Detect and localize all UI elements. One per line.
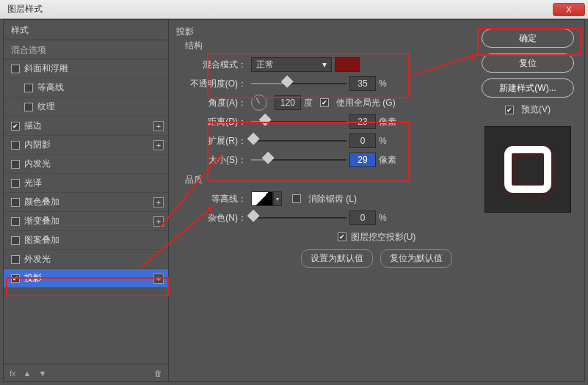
new-style-button[interactable]: 新建样式(W)... bbox=[482, 78, 574, 98]
contour-swatch[interactable] bbox=[251, 191, 273, 206]
close-button[interactable]: X bbox=[553, 3, 585, 16]
preview-shape bbox=[504, 146, 551, 193]
angle-label: 角度(A)： bbox=[185, 97, 251, 109]
fx-icon[interactable]: fx bbox=[10, 369, 16, 378]
global-light-checkbox[interactable] bbox=[320, 98, 329, 107]
reset-default-button[interactable]: 复位为默认值 bbox=[380, 249, 452, 268]
distance-label: 距离(D)： bbox=[185, 116, 251, 128]
defaults-buttons: 设置为默认值 复位为默认值 bbox=[172, 249, 581, 268]
spread-slider[interactable] bbox=[251, 136, 346, 146]
move-down-icon[interactable]: ▼ bbox=[38, 369, 46, 378]
sidebar: 样式 混合选项 斜面和浮雕等高线纹理描边+内阴影+内发光光泽颜色叠加+渐变叠加+… bbox=[4, 20, 169, 381]
sidebar-item-10[interactable]: 外发光 bbox=[4, 250, 168, 269]
knockout-label: 图层挖空投影(U) bbox=[351, 231, 416, 243]
add-effect-icon[interactable]: + bbox=[153, 216, 164, 227]
window-title: 图层样式 bbox=[7, 3, 43, 15]
noise-unit: % bbox=[379, 213, 387, 223]
sidebar-item-label: 内发光 bbox=[24, 158, 51, 170]
antialias-label: 消除锯齿 (L) bbox=[308, 193, 357, 205]
sidebar-item-label: 图案叠加 bbox=[24, 234, 59, 246]
sidebar-item-9[interactable]: 图案叠加 bbox=[4, 231, 168, 250]
add-effect-icon[interactable]: + bbox=[153, 121, 164, 131]
style-checkbox[interactable] bbox=[11, 122, 20, 131]
style-checkbox[interactable] bbox=[24, 103, 33, 111]
set-default-button[interactable]: 设置为默认值 bbox=[301, 249, 373, 268]
opacity-input[interactable] bbox=[349, 76, 376, 91]
spread-input[interactable] bbox=[349, 133, 376, 148]
blend-mode-label: 混合模式： bbox=[185, 59, 251, 71]
row-knockout: 图层挖空投影(U) bbox=[172, 227, 581, 246]
antialias-checkbox[interactable] bbox=[292, 194, 301, 203]
sidebar-item-7[interactable]: 颜色叠加+ bbox=[4, 193, 168, 212]
style-checkbox[interactable] bbox=[11, 255, 20, 264]
sidebar-item-1[interactable]: 等高线 bbox=[4, 78, 168, 98]
knockout-checkbox[interactable] bbox=[338, 232, 346, 241]
style-checkbox[interactable] bbox=[24, 84, 33, 92]
ok-button[interactable]: 确定 bbox=[482, 29, 574, 48]
preview-toggle[interactable]: 预览(V) bbox=[505, 103, 551, 116]
noise-slider[interactable] bbox=[251, 213, 346, 223]
sidebar-item-label: 光泽 bbox=[24, 177, 42, 189]
dialog-body: 样式 混合选项 斜面和浮雕等高线纹理描边+内阴影+内发光光泽颜色叠加+渐变叠加+… bbox=[3, 19, 585, 382]
sidebar-item-0[interactable]: 斜面和浮雕 bbox=[4, 59, 168, 78]
style-checkbox[interactable] bbox=[11, 274, 20, 283]
add-effect-icon[interactable]: + bbox=[153, 197, 164, 208]
noise-label: 杂色(N)： bbox=[185, 212, 251, 224]
size-unit: 像素 bbox=[379, 154, 396, 166]
distance-input[interactable] bbox=[349, 114, 376, 129]
chevron-down-icon: ▾ bbox=[322, 59, 327, 70]
sidebar-item-label: 纹理 bbox=[37, 100, 55, 113]
angle-input[interactable] bbox=[275, 95, 301, 110]
distance-slider[interactable] bbox=[251, 117, 346, 127]
sidebar-item-label: 颜色叠加 bbox=[24, 196, 59, 208]
right-panel: 确定 复位 新建样式(W)... 预览(V) bbox=[480, 29, 576, 213]
spread-label: 扩展(R)： bbox=[185, 135, 251, 147]
sidebar-footer: fx ▲ ▼ 🗑 bbox=[4, 364, 168, 381]
noise-input[interactable] bbox=[349, 210, 376, 225]
opacity-slider[interactable] bbox=[251, 78, 346, 89]
sidebar-blend-options[interactable]: 混合选项 bbox=[4, 40, 168, 59]
preview-label: 预览(V) bbox=[521, 103, 551, 116]
add-effect-icon[interactable]: + bbox=[153, 140, 164, 150]
angle-dial[interactable] bbox=[251, 95, 267, 111]
add-effect-icon[interactable]: + bbox=[153, 274, 164, 284]
cancel-button[interactable]: 复位 bbox=[482, 54, 574, 73]
spread-unit: % bbox=[379, 136, 387, 146]
style-checkbox[interactable] bbox=[11, 198, 20, 207]
opacity-unit: % bbox=[379, 78, 387, 89]
blend-mode-dropdown[interactable]: 正常 ▾ bbox=[251, 57, 332, 72]
contour-dropdown[interactable]: ▾ bbox=[273, 191, 282, 206]
style-checkbox[interactable] bbox=[11, 160, 20, 169]
sidebar-item-3[interactable]: 描边+ bbox=[4, 117, 168, 136]
style-checkbox[interactable] bbox=[11, 236, 20, 245]
style-checkbox[interactable] bbox=[11, 141, 20, 150]
size-slider[interactable] bbox=[251, 155, 346, 165]
style-checkbox[interactable] bbox=[11, 179, 20, 188]
sidebar-item-2[interactable]: 纹理 bbox=[4, 98, 168, 117]
style-checkbox[interactable] bbox=[11, 217, 20, 226]
size-label: 大小(S)： bbox=[185, 154, 251, 166]
sidebar-item-label: 投影 bbox=[24, 272, 42, 285]
global-light-label: 使用全局光 (G) bbox=[336, 97, 396, 109]
move-up-icon[interactable]: ▲ bbox=[23, 369, 32, 378]
blend-mode-value: 正常 bbox=[256, 59, 274, 71]
sidebar-item-11[interactable]: 投影+ bbox=[4, 269, 168, 288]
opacity-label: 不透明度(O)： bbox=[185, 78, 251, 90]
preview-checkbox[interactable] bbox=[505, 106, 514, 114]
sidebar-item-6[interactable]: 光泽 bbox=[4, 174, 168, 193]
sidebar-item-8[interactable]: 渐变叠加+ bbox=[4, 212, 168, 231]
sidebar-item-label: 渐变叠加 bbox=[24, 215, 59, 227]
sidebar-item-label: 等高线 bbox=[37, 81, 64, 94]
shadow-color-swatch[interactable] bbox=[335, 57, 360, 72]
sidebar-header: 样式 bbox=[4, 20, 168, 40]
sidebar-item-5[interactable]: 内发光 bbox=[4, 155, 168, 174]
main-panel: 投影 结构 混合模式： 正常 ▾ 不透明度(O)： % 角度(A)： 度 bbox=[169, 20, 584, 381]
size-input[interactable] bbox=[349, 153, 376, 167]
contour-label: 等高线： bbox=[185, 193, 251, 205]
angle-unit: 度 bbox=[304, 97, 313, 109]
style-checkbox[interactable] bbox=[11, 65, 20, 73]
close-icon: X bbox=[566, 5, 571, 14]
trash-icon[interactable]: 🗑 bbox=[154, 369, 162, 378]
sidebar-item-4[interactable]: 内阴影+ bbox=[4, 136, 168, 155]
sidebar-item-label: 斜面和浮雕 bbox=[24, 62, 68, 75]
